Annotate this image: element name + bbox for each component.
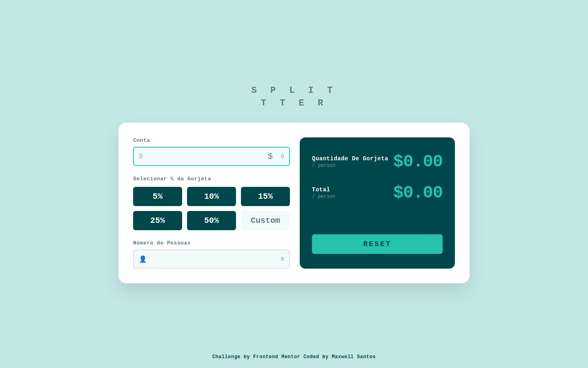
people-field: Número de Pessoas 👤 0	[133, 240, 290, 269]
logo-line2: T T E R	[252, 97, 337, 110]
reset-button[interactable]: RESET	[312, 234, 443, 254]
footer-text: Challenge by Frontend Mentor Coded by	[212, 354, 332, 360]
tip-result-sub: / person	[312, 163, 388, 168]
footer: Challenge by Frontend Mentor Coded by Ma…	[212, 354, 376, 360]
right-panel: Quantidade De Gorjeta / person $0.00 Tot…	[300, 137, 455, 269]
total-result-sub: / person	[312, 194, 336, 200]
tip-result-labels: Quantidade De Gorjeta / person	[312, 155, 388, 168]
tip-button-custom[interactable]: Custom	[241, 211, 290, 230]
tip-button-25[interactable]: 25%	[133, 211, 182, 230]
footer-author: Maxwell Santos	[332, 354, 376, 360]
bill-input[interactable]	[133, 147, 290, 166]
total-result-title: Total	[312, 186, 336, 193]
tip-button-10[interactable]: 10%	[187, 187, 236, 206]
tip-result-title: Quantidade De Gorjeta	[312, 155, 388, 162]
total-result-amount: $0.00	[393, 183, 443, 203]
bill-input-wrapper: $ 0	[133, 147, 290, 166]
tip-buttons-grid: 5% 10% 15% 25% 50% Custom	[133, 187, 290, 230]
tip-button-50[interactable]: 50%	[187, 211, 236, 230]
people-label: Número de Pessoas	[133, 240, 290, 246]
total-result-row: Total / person $0.00	[312, 183, 443, 203]
tip-section: Selecionar % da Gorjeta 5% 10% 15% 25% 5…	[133, 176, 290, 230]
tip-result-amount: $0.00	[393, 152, 443, 172]
tip-button-15[interactable]: 15%	[241, 187, 290, 206]
app-logo: S P L I T T T E R	[252, 85, 337, 110]
main-card: Conta $ 0 Selecionar % da Gorjeta 5% 10%…	[118, 123, 470, 283]
tip-button-5[interactable]: 5%	[133, 187, 182, 206]
results-section: Quantidade De Gorjeta / person $0.00 Tot…	[312, 152, 443, 214]
people-zero-badge: 0	[281, 256, 284, 263]
bill-label: Conta	[133, 137, 290, 144]
bill-field: Conta $ 0	[133, 137, 290, 166]
left-panel: Conta $ 0 Selecionar % da Gorjeta 5% 10%…	[133, 137, 290, 269]
tip-result-row: Quantidade De Gorjeta / person $0.00	[312, 152, 443, 172]
logo-line1: S P L I T	[252, 85, 337, 97]
people-input[interactable]	[133, 249, 290, 269]
bill-zero-badge: 0	[281, 153, 284, 160]
total-result-labels: Total / person	[312, 186, 336, 200]
people-input-wrapper: 👤 0	[133, 249, 290, 269]
tip-section-label: Selecionar % da Gorjeta	[133, 176, 290, 182]
